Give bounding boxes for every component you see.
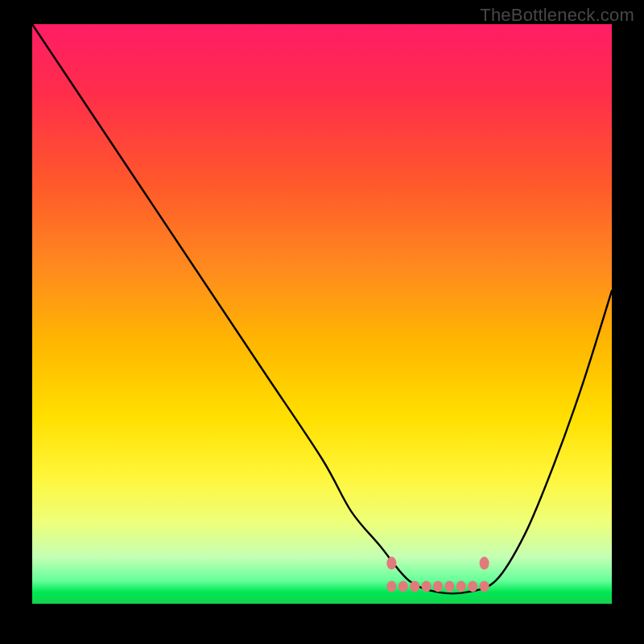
- flat-dot: [444, 580, 454, 592]
- flat-dot: [422, 580, 431, 592]
- flat-region-dots: [32, 24, 612, 604]
- flat-dot: [398, 580, 408, 592]
- plot-area: [32, 24, 612, 604]
- flat-dot-edge: [480, 557, 489, 570]
- flat-dot: [433, 580, 443, 592]
- flat-dot: [386, 580, 396, 592]
- watermark-text: TheBottleneck.com: [480, 5, 634, 26]
- flat-dot-edge: [386, 557, 396, 570]
- chart-frame: TheBottleneck.com: [0, 0, 644, 644]
- flat-dot: [410, 580, 419, 592]
- flat-dot: [456, 580, 466, 592]
- flat-dot: [480, 580, 489, 592]
- flat-dot: [468, 580, 477, 592]
